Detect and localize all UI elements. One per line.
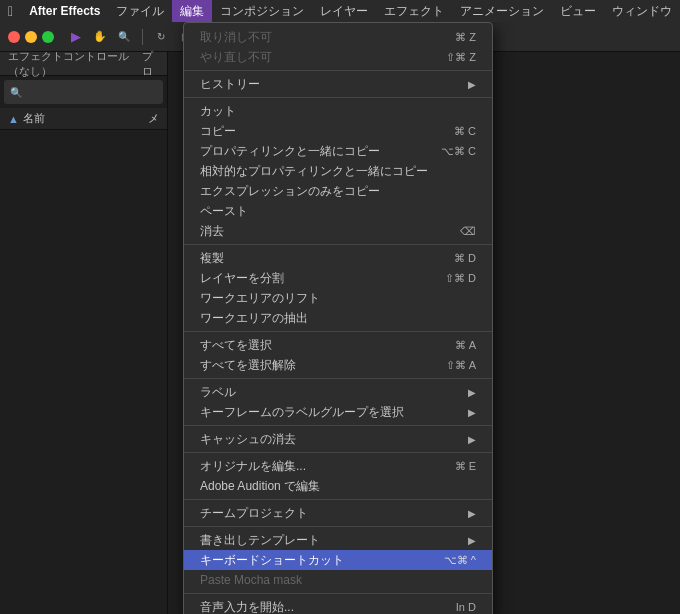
menu-item-label-21: チームプロジェクト <box>200 505 308 522</box>
menubar-item-effect[interactable]: エフェクト <box>376 0 452 22</box>
menu-item-label-15: すべてを選択解除 <box>200 357 296 374</box>
menubar-item-view[interactable]: ビュー <box>552 0 604 22</box>
rotation-tool[interactable]: ↻ <box>151 27 171 47</box>
menu-shortcut-9: ⌫ <box>460 225 476 238</box>
menu-item-5[interactable]: プロパティリンクと一緒にコピー⌥⌘ C <box>184 141 492 161</box>
menu-shortcut-25: In D <box>456 601 476 613</box>
menu-item-label-14: すべてを選択 <box>200 337 272 354</box>
menu-shortcut-15: ⇧⌘ A <box>446 359 476 372</box>
submenu-arrow-16: ▶ <box>468 387 476 398</box>
submenu-arrow-17: ▶ <box>468 407 476 418</box>
menu-item-23[interactable]: キーボードショートカット⌥⌘ ^ <box>184 550 492 570</box>
zoom-tool[interactable]: 🔍 <box>114 27 134 47</box>
menu-item-label-20: Adobe Audition で編集 <box>200 478 320 495</box>
menu-separator-13 <box>184 331 492 332</box>
menu-shortcut-23: ⌥⌘ ^ <box>444 554 476 567</box>
menu-item-19[interactable]: オリジナルを編集...⌘ E <box>184 456 492 476</box>
menu-item-15[interactable]: すべてを選択解除⇧⌘ A <box>184 355 492 375</box>
menu-item-2[interactable]: ヒストリー▶ <box>184 74 492 94</box>
menubar-item-animation[interactable]: アニメーション <box>452 0 552 22</box>
menu-item-18[interactable]: キャッシュの消去▶ <box>184 429 492 449</box>
apple-menu-icon[interactable]:  <box>8 3 13 19</box>
menu-item-label-8: ペースト <box>200 203 248 220</box>
menubar-item-edit[interactable]: 編集 <box>172 0 212 22</box>
submenu-arrow-18: ▶ <box>468 434 476 445</box>
search-icon: 🔍 <box>10 87 22 98</box>
menu-separator-15 <box>184 378 492 379</box>
column2-label: メ <box>148 111 159 126</box>
menu-item-label-22: 書き出しテンプレート <box>200 532 320 549</box>
menu-item-label-24: Paste Mocha mask <box>200 573 302 587</box>
name-column-header: ▲ 名前 メ <box>0 108 167 130</box>
menu-separator-2 <box>184 97 492 98</box>
menubar-item-layer[interactable]: レイヤー <box>312 0 376 22</box>
menubar-item-composition[interactable]: コンポジション <box>212 0 312 22</box>
edit-menu: 取り消し不可⌘ Zやり直し不可⇧⌘ Zヒストリー▶カットコピー⌘ Cプロパティリ… <box>183 22 493 614</box>
menu-item-24: Paste Mocha mask <box>184 570 492 590</box>
menu-item-label-13: ワークエリアの抽出 <box>200 310 308 327</box>
menu-item-9[interactable]: 消去⌫ <box>184 221 492 241</box>
menu-separator-18 <box>184 452 492 453</box>
menu-item-0: 取り消し不可⌘ Z <box>184 27 492 47</box>
traffic-lights <box>8 31 54 43</box>
search-bar[interactable]: 🔍 <box>4 80 163 104</box>
menu-item-21[interactable]: チームプロジェクト▶ <box>184 503 492 523</box>
menu-item-3[interactable]: カット <box>184 101 492 121</box>
menu-item-20[interactable]: Adobe Audition で編集 <box>184 476 492 496</box>
menu-shortcut-4: ⌘ C <box>454 125 476 138</box>
menu-item-label-25: 音声入力を開始... <box>200 599 294 615</box>
maximize-button[interactable] <box>42 31 54 43</box>
menu-item-label-2: ヒストリー <box>200 76 260 93</box>
menu-item-4[interactable]: コピー⌘ C <box>184 121 492 141</box>
menu-item-8[interactable]: ペースト <box>184 201 492 221</box>
menu-item-label-10: 複製 <box>200 250 224 267</box>
menu-item-label-23: キーボードショートカット <box>200 552 344 569</box>
search-input[interactable] <box>26 86 157 98</box>
close-button[interactable] <box>8 31 20 43</box>
menu-separator-20 <box>184 499 492 500</box>
menu-item-label-7: エクスプレッションのみをコピー <box>200 183 380 200</box>
menu-item-label-5: プロパティリンクと一緒にコピー <box>200 143 380 160</box>
menu-shortcut-5: ⌥⌘ C <box>441 145 476 158</box>
hand-tool[interactable]: ✋ <box>90 27 110 47</box>
menubar-item-aftereffects[interactable]: After Effects <box>21 0 108 22</box>
menu-item-17[interactable]: キーフレームのラベルグループを選択▶ <box>184 402 492 422</box>
menu-item-label-11: レイヤーを分割 <box>200 270 284 287</box>
project-label: プロ <box>142 49 159 79</box>
menu-separator-9 <box>184 244 492 245</box>
menu-item-6[interactable]: 相対的なプロパティリンクと一緒にコピー <box>184 161 492 181</box>
menu-shortcut-10: ⌘ D <box>454 252 476 265</box>
menu-separator-24 <box>184 593 492 594</box>
menu-item-label-3: カット <box>200 103 236 120</box>
menubar-item-window[interactable]: ウィンドウ <box>604 0 680 22</box>
menu-item-label-4: コピー <box>200 123 236 140</box>
menu-item-25[interactable]: 音声入力を開始...In D <box>184 597 492 614</box>
effect-controls-header: エフェクトコントロール（なし） プロ <box>0 52 167 76</box>
select-tool[interactable]: ▶ <box>66 27 86 47</box>
menu-item-label-6: 相対的なプロパティリンクと一緒にコピー <box>200 163 428 180</box>
menu-item-label-12: ワークエリアのリフト <box>200 290 320 307</box>
menu-item-12[interactable]: ワークエリアのリフト <box>184 288 492 308</box>
menu-item-11[interactable]: レイヤーを分割⇧⌘ D <box>184 268 492 288</box>
menu-item-10[interactable]: 複製⌘ D <box>184 248 492 268</box>
panel-content <box>0 130 167 614</box>
minimize-button[interactable] <box>25 31 37 43</box>
menubar-item-file[interactable]: ファイル <box>108 0 172 22</box>
menu-item-22[interactable]: 書き出しテンプレート▶ <box>184 530 492 550</box>
separator1 <box>142 29 143 45</box>
sort-arrow: ▲ <box>8 113 19 125</box>
menu-item-label-9: 消去 <box>200 223 224 240</box>
menu-item-14[interactable]: すべてを選択⌘ A <box>184 335 492 355</box>
submenu-arrow-2: ▶ <box>468 79 476 90</box>
menu-item-label-19: オリジナルを編集... <box>200 458 306 475</box>
menu-item-label-17: キーフレームのラベルグループを選択 <box>200 404 404 421</box>
menu-item-label-1: やり直し不可 <box>200 49 272 66</box>
submenu-arrow-22: ▶ <box>468 535 476 546</box>
menu-separator-17 <box>184 425 492 426</box>
menu-item-16[interactable]: ラベル▶ <box>184 382 492 402</box>
menu-item-label-0: 取り消し不可 <box>200 29 272 46</box>
name-label: 名前 <box>23 111 45 126</box>
menu-item-7[interactable]: エクスプレッションのみをコピー <box>184 181 492 201</box>
menu-item-label-18: キャッシュの消去 <box>200 431 296 448</box>
menu-item-13[interactable]: ワークエリアの抽出 <box>184 308 492 328</box>
